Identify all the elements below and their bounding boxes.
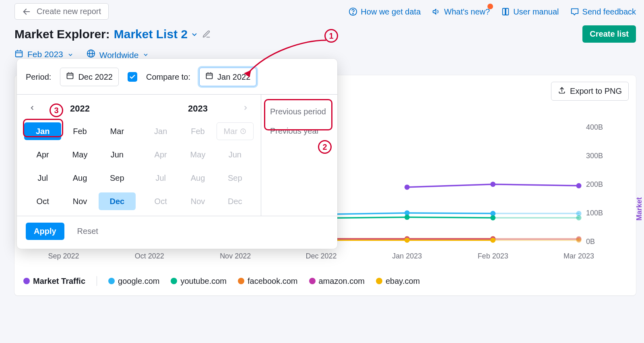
- legend-item[interactable]: google.com: [108, 275, 159, 287]
- create-report-button[interactable]: Create new report: [14, 3, 109, 20]
- legend-swatch-icon: [171, 278, 177, 284]
- month-jan[interactable]: Jan: [142, 122, 179, 140]
- svg-point-25: [490, 182, 495, 187]
- month-may[interactable]: May: [61, 146, 98, 163]
- month-may: May: [179, 146, 216, 163]
- svg-text:100B: 100B: [586, 209, 603, 217]
- legend-swatch-icon: [23, 278, 30, 284]
- month-dec: Dec: [217, 192, 254, 210]
- legend-item[interactable]: amazon.com: [309, 275, 365, 287]
- svg-text:200B: 200B: [586, 180, 603, 188]
- legend-item[interactable]: youtube.com: [171, 275, 227, 287]
- export-png-button[interactable]: Export to PNG: [551, 82, 629, 101]
- svg-text:Nov 2022: Nov 2022: [220, 252, 251, 260]
- legend-item[interactable]: ebay.com: [376, 275, 420, 287]
- svg-rect-67: [206, 73, 213, 79]
- calendar-wrap: 2022 JanFebMarAprMayJunJulAugSepOctNovDe…: [17, 95, 261, 216]
- title-bar: Market Explorer: Market List 2 Create li…: [14, 25, 636, 43]
- month-dec[interactable]: Dec: [99, 192, 136, 210]
- svg-point-2: [353, 13, 353, 14]
- svg-text:Sep 2022: Sep 2022: [48, 252, 79, 260]
- compare-label: Compare to:: [146, 71, 190, 83]
- compare-input[interactable]: Jan 2022: [199, 68, 256, 86]
- top-links: How we get data What's new? User manual …: [349, 6, 636, 17]
- whats-new-link[interactable]: What's new?: [432, 6, 490, 17]
- svg-text:400B: 400B: [586, 123, 603, 131]
- month-apr[interactable]: Apr: [24, 146, 61, 163]
- month-nov: Nov: [179, 192, 216, 210]
- year-label-right: 2023: [156, 103, 240, 115]
- svg-point-41: [576, 215, 582, 221]
- top-bar: Create new report How we get data What's…: [14, 3, 636, 20]
- svg-text:Jan 2023: Jan 2023: [392, 252, 422, 260]
- legend-swatch-icon: [108, 278, 115, 284]
- svg-point-62: [576, 238, 582, 243]
- help-circle-icon: [349, 7, 357, 16]
- next-year-button: [240, 103, 251, 115]
- month-sep[interactable]: Sep: [99, 169, 136, 187]
- svg-point-61: [490, 238, 495, 243]
- month-aug: Aug: [179, 169, 216, 187]
- svg-text:Mar 2023: Mar 2023: [564, 252, 594, 260]
- svg-rect-3: [16, 51, 23, 57]
- apply-button[interactable]: Apply: [26, 223, 64, 240]
- svg-point-24: [405, 185, 410, 190]
- month-apr: Apr: [142, 146, 179, 163]
- month-feb[interactable]: Feb: [61, 122, 98, 140]
- send-feedback-link[interactable]: Send feedback: [570, 6, 636, 17]
- create-list-button[interactable]: Create list: [582, 25, 636, 43]
- month-jun: Jun: [217, 146, 254, 163]
- svg-text:Dec 2022: Dec 2022: [305, 252, 336, 260]
- calendar-icon: [205, 71, 213, 83]
- svg-point-60: [405, 238, 410, 243]
- month-nov[interactable]: Nov: [61, 192, 98, 210]
- prev-year-button[interactable]: [27, 103, 38, 115]
- legend-item[interactable]: facebook.com: [238, 275, 298, 287]
- popover-body: 2022 JanFebMarAprMayJunJulAugSepOctNovDe…: [17, 95, 337, 216]
- user-manual-link[interactable]: User manual: [501, 6, 559, 17]
- svg-rect-63: [67, 73, 73, 79]
- legend-swatch-icon: [238, 278, 244, 284]
- month-oct: Oct: [142, 192, 179, 210]
- period-input[interactable]: Dec 2022: [60, 68, 119, 86]
- legend-swatch-icon: [376, 278, 382, 284]
- month-mar[interactable]: Mar: [99, 122, 136, 140]
- svg-text:0B: 0B: [586, 238, 595, 246]
- legend-item[interactable]: Market Traffic: [23, 275, 85, 287]
- quick-previous-year[interactable]: Previous year: [261, 121, 337, 141]
- calendar-right: 2023 JanFebMar AprMayJunJulAugSepOctNovD…: [139, 103, 257, 210]
- y-axis-right-label: Market: [634, 197, 644, 221]
- month-jul[interactable]: Jul: [24, 169, 61, 187]
- reset-button[interactable]: Reset: [75, 226, 101, 236]
- month-mar: Mar: [217, 122, 254, 140]
- notification-dot-icon: [487, 4, 493, 9]
- compare-checkbox[interactable]: [128, 72, 137, 82]
- quick-previous-period[interactable]: Previous period: [261, 102, 337, 121]
- period-label: Period:: [26, 71, 51, 83]
- chat-icon: [570, 7, 579, 16]
- month-jul: Jul: [142, 169, 179, 187]
- month-aug[interactable]: Aug: [61, 169, 98, 187]
- month-sep: Sep: [217, 169, 254, 187]
- calendar-left: 2022 JanFebMarAprMayJunJulAugSepOctNovDe…: [21, 103, 139, 210]
- create-report-label: Create new report: [37, 7, 101, 16]
- edit-icon[interactable]: [202, 30, 211, 39]
- legend-swatch-icon: [309, 278, 316, 284]
- months-grid-left: JanFebMarAprMayJunJulAugSepOctNovDec: [24, 122, 136, 210]
- month-feb[interactable]: Feb: [179, 122, 216, 140]
- how-we-get-data-link[interactable]: How we get data: [349, 6, 421, 17]
- chart-legend: Market Trafficgoogle.comyoutube.comfaceb…: [14, 273, 636, 295]
- page-title: Market Explorer: Market List 2: [14, 26, 211, 43]
- popover-header: Period: Dec 2022 Compare to: Jan 2022: [17, 59, 337, 95]
- list-name-dropdown[interactable]: Market List 2: [114, 26, 198, 43]
- svg-point-40: [490, 215, 495, 221]
- calendar-icon: [66, 71, 74, 83]
- month-oct[interactable]: Oct: [24, 192, 61, 210]
- svg-text:Feb 2023: Feb 2023: [478, 252, 508, 260]
- chevron-down-icon: [191, 26, 198, 43]
- month-jan[interactable]: Jan: [24, 122, 61, 140]
- upload-icon: [558, 86, 566, 96]
- svg-point-39: [405, 215, 410, 220]
- quick-select: Previous periodPrevious year: [261, 95, 337, 216]
- month-jun[interactable]: Jun: [99, 146, 136, 163]
